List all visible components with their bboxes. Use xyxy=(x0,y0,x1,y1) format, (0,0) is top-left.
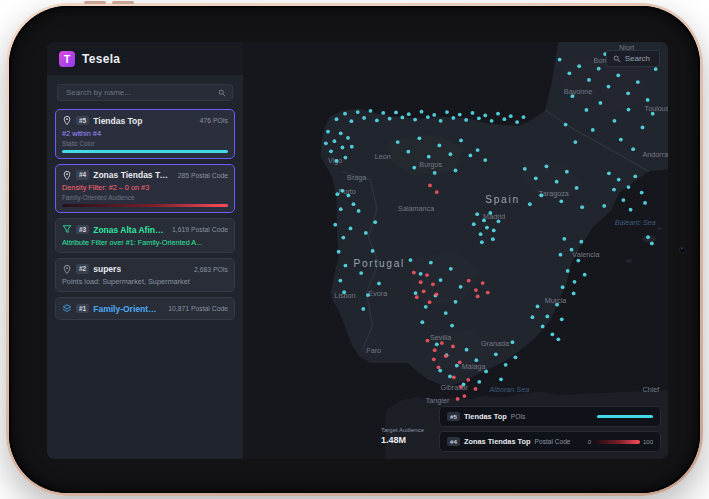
layer-id-badge: #2 xyxy=(76,264,89,274)
target-audience-label: Target Audience xyxy=(381,427,435,435)
layer-count: 2,683 POIs xyxy=(190,266,228,273)
layer-item-zonas-alta-afinidad[interactable]: #3 Zonas Alta Afinidad 1,619 Postal Code… xyxy=(55,218,235,253)
svg-text:Chlef: Chlef xyxy=(643,386,660,394)
layer-name: Family-Oriented Au... xyxy=(93,304,160,314)
svg-text:Spain: Spain xyxy=(485,194,520,205)
map-search-label: Search xyxy=(625,54,650,63)
layer-item-tiendas-top[interactable]: #5 Tiendas Top 476 POIs #2 within #4 Sta… xyxy=(55,109,235,159)
pin-icon xyxy=(62,264,72,275)
layer-id-badge: #1 xyxy=(76,304,89,314)
layer-name: supers xyxy=(93,264,121,274)
legend-id-badge: #5 xyxy=(447,412,460,421)
layer-name: Zonas Alta Afinidad xyxy=(93,225,164,235)
scale-max: 100 xyxy=(643,439,653,445)
target-audience-stat: Target Audience 1.48M xyxy=(381,427,435,446)
svg-text:Faro: Faro xyxy=(366,347,381,355)
svg-text:Madrid: Madrid xyxy=(483,213,505,221)
svg-text:León: León xyxy=(375,153,391,161)
pin-icon xyxy=(62,170,72,181)
scale-min: 0 xyxy=(588,439,591,445)
volume-down-button xyxy=(112,1,134,4)
legend-layer-name: Zonas Tiendas Top xyxy=(464,437,531,446)
svg-text:Burgos: Burgos xyxy=(419,161,442,169)
svg-text:Sevilla: Sevilla xyxy=(430,334,451,342)
layer-id-badge: #4 xyxy=(76,170,89,180)
search-icon xyxy=(218,89,226,97)
layer-color-bar xyxy=(62,204,228,207)
layer-subtitle: Density Filter: #2 – 0 on #3 xyxy=(62,183,228,192)
svg-text:Toulouse: Toulouse xyxy=(645,105,668,113)
map-search-box[interactable]: Search xyxy=(606,50,660,67)
svg-text:Murcia: Murcia xyxy=(545,297,567,305)
svg-text:Bayonne: Bayonne xyxy=(564,88,592,96)
layer-tag: Family-Oriented Audience xyxy=(62,194,228,201)
layer-tag: Static Color xyxy=(62,140,228,147)
svg-text:Portugal: Portugal xyxy=(354,258,406,269)
legend-cyan-swatch xyxy=(597,415,653,418)
svg-text:Salamanca: Salamanca xyxy=(398,205,434,213)
layer-count: 1,619 Postal Code xyxy=(168,226,228,233)
volume-up-button xyxy=(84,1,106,4)
svg-text:Braga: Braga xyxy=(347,174,366,182)
tablet-bezel: T Tesela xyxy=(9,6,700,493)
pin-icon xyxy=(62,115,72,126)
legend-id-badge: #4 xyxy=(447,437,460,446)
front-camera xyxy=(679,246,686,253)
svg-text:Valencia: Valencia xyxy=(572,251,599,259)
layer-subtitle: Attribute Filter over #1: Family-Oriente… xyxy=(62,238,228,247)
svg-text:Zaragoza: Zaragoza xyxy=(538,190,568,198)
layer-id-badge: #5 xyxy=(76,116,89,126)
svg-text:Évora: Évora xyxy=(368,289,387,298)
filter-icon xyxy=(62,224,72,235)
layer-color-bar xyxy=(62,150,228,153)
map-canvas[interactable]: SpainPortugalAndorraLisbonPortoBragaVigo… xyxy=(243,42,668,459)
legend-gradient-scale: 0 100 xyxy=(588,439,653,445)
layer-count: 285 Postal Code xyxy=(174,172,228,179)
legend-layer-type: Postal Code xyxy=(535,438,571,445)
legend-layer-name: Tiendas Top xyxy=(464,412,507,421)
red-gradient-swatch xyxy=(594,440,640,444)
app-header: T Tesela xyxy=(47,42,243,75)
layer-count: 476 POIs xyxy=(196,117,228,124)
layer-name: Tiendas Top xyxy=(93,116,142,126)
layer-item-zonas-tiendas-top[interactable]: #4 Zonas Tiendas Top 285 Postal Code Den… xyxy=(55,164,235,214)
tesela-logo-icon: T xyxy=(59,51,75,67)
layer-subtitle: #2 within #4 xyxy=(62,129,228,138)
app-screen: T Tesela xyxy=(47,42,668,459)
target-audience-value: 1.48M xyxy=(381,435,435,445)
map-legend: Target Audience 1.48M #5 Tiendas Top POI… xyxy=(439,402,661,452)
svg-text:Granada: Granada xyxy=(481,340,509,348)
layer-item-supers[interactable]: #2 supers 2,683 POIs Points load: Superm… xyxy=(55,258,235,293)
layers-icon xyxy=(62,303,72,314)
layer-id-badge: #3 xyxy=(76,225,89,235)
ibiza-island xyxy=(626,259,632,263)
legend-layer-type: POIs xyxy=(511,413,526,420)
legend-row-tiendas-top[interactable]: #5 Tiendas Top POIs xyxy=(439,406,661,427)
layer-count: 10,871 Postal Code xyxy=(164,305,228,312)
sidebar: T Tesela xyxy=(47,42,243,459)
tablet-frame: T Tesela xyxy=(6,3,703,496)
svg-text:Alboran Sea: Alboran Sea xyxy=(488,386,529,394)
app-title: Tesela xyxy=(82,52,120,66)
layer-name: Zonas Tiendas Top xyxy=(93,170,170,180)
legend-row-zonas-tiendas-top[interactable]: #4 Zonas Tiendas Top Postal Code 0 100 xyxy=(439,431,661,452)
layer-subtitle: Points load: Supermarket, Supermarket xyxy=(62,277,228,286)
layer-search-box[interactable] xyxy=(57,84,233,101)
basemap-svg: SpainPortugalAndorraLisbonPortoBragaVigo… xyxy=(243,42,668,459)
svg-text:Balearic Sea: Balearic Sea xyxy=(615,220,656,228)
svg-text:Málaga: Málaga xyxy=(462,363,486,371)
layer-item-family-oriented[interactable]: #1 Family-Oriented Au... 10,871 Postal C… xyxy=(55,297,235,320)
layer-list: #5 Tiendas Top 476 POIs #2 within #4 Sta… xyxy=(47,108,243,328)
menorca-island xyxy=(657,227,662,230)
search-input[interactable] xyxy=(64,87,214,98)
svg-text:Andorra: Andorra xyxy=(643,151,669,159)
search-icon xyxy=(613,55,621,63)
